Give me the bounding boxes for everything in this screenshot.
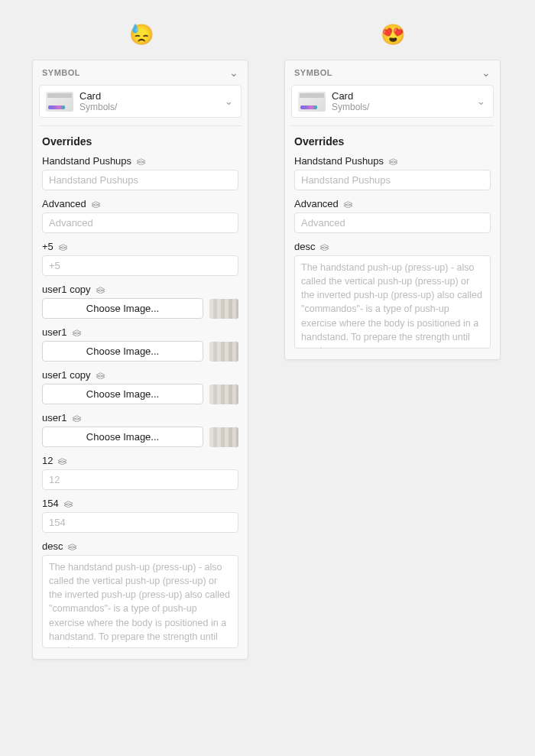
emoji-right: 😍 [381,23,405,47]
advanced-input[interactable]: Advanced [42,213,238,233]
layer-icon [57,456,67,465]
layer-icon [96,285,105,294]
choose-image-button[interactable]: Choose Image... [42,384,203,404]
image-thumbnail[interactable] [209,427,238,447]
divider [39,125,242,126]
layer-icon [67,542,77,550]
symbol-selector[interactable]: Card Symbols/ ⌄ [39,85,242,118]
n12-input[interactable]: 12 [42,469,238,490]
layer-icon [319,242,329,251]
section-title: SYMBOL [294,68,332,77]
image-thumbnail[interactable] [209,342,238,362]
section-header[interactable]: SYMBOL ⌄ [285,60,500,85]
desc-textarea[interactable]: The handstand push-up (press-up) - also … [42,555,238,648]
layer-icon [91,200,101,208]
field-label: user1 [42,326,67,338]
symbol-selector[interactable]: Card Symbols/ ⌄ [291,85,494,118]
chevron-down-icon: ⌄ [477,96,485,107]
overrides-title: Overrides [33,134,248,155]
divider [291,125,494,126]
field-label: user1 copy [42,284,91,295]
image-thumbnail[interactable] [209,299,238,319]
field-label: user1 copy [42,369,91,381]
image-thumbnail[interactable] [209,384,238,404]
choose-image-button[interactable]: Choose Image... [42,427,203,447]
chevron-down-icon: ⌄ [481,67,491,79]
symbol-name: Card [332,90,369,102]
desc-textarea[interactable]: The handstand push-up (press-up) - also … [294,255,491,349]
layer-icon [63,499,73,508]
section-header[interactable]: SYMBOL ⌄ [33,60,248,85]
layer-icon [96,371,105,379]
n154-input[interactable]: 154 [42,512,238,533]
symbol-path: Symbols/ [332,102,369,112]
layer-icon [72,414,82,422]
panel-left: SYMBOL ⌄ Card Symbols/ ⌄ Overrides Hands… [32,60,248,660]
symbol-path: Symbols/ [79,102,117,112]
layer-icon [72,328,82,336]
field-label: Handstand Pushups [294,155,384,167]
advanced-input[interactable]: Advanced [294,213,491,233]
field-label: Handstand Pushups [42,155,131,167]
field-label: user1 [42,412,67,423]
layer-icon [388,157,398,165]
field-label: 154 [42,498,59,509]
choose-image-button[interactable]: Choose Image... [42,341,203,362]
field-label: 12 [42,455,53,466]
chevron-down-icon: ⌄ [229,67,238,79]
overrides-title: Overrides [285,134,500,155]
handstand-input[interactable]: Handstand Pushups [294,170,491,190]
symbol-thumbnail [298,92,326,112]
handstand-input[interactable]: Handstand Pushups [42,170,238,190]
field-label: +5 [42,241,54,252]
field-label: Advanced [42,198,86,209]
layer-icon [136,157,146,165]
section-title: SYMBOL [42,68,80,77]
choose-image-button[interactable]: Choose Image... [42,298,203,319]
layer-icon [343,200,353,208]
plus5-input[interactable]: +5 [42,255,238,276]
emoji-left: 😓 [129,23,154,47]
field-label: desc [42,540,63,552]
symbol-name: Card [79,90,117,102]
symbol-thumbnail [46,92,73,112]
layer-icon [58,242,68,251]
chevron-down-icon: ⌄ [225,96,233,107]
panel-right: SYMBOL ⌄ Card Symbols/ ⌄ Overrides Hands… [284,60,501,360]
field-label: desc [294,241,315,252]
field-label: Advanced [294,198,339,209]
